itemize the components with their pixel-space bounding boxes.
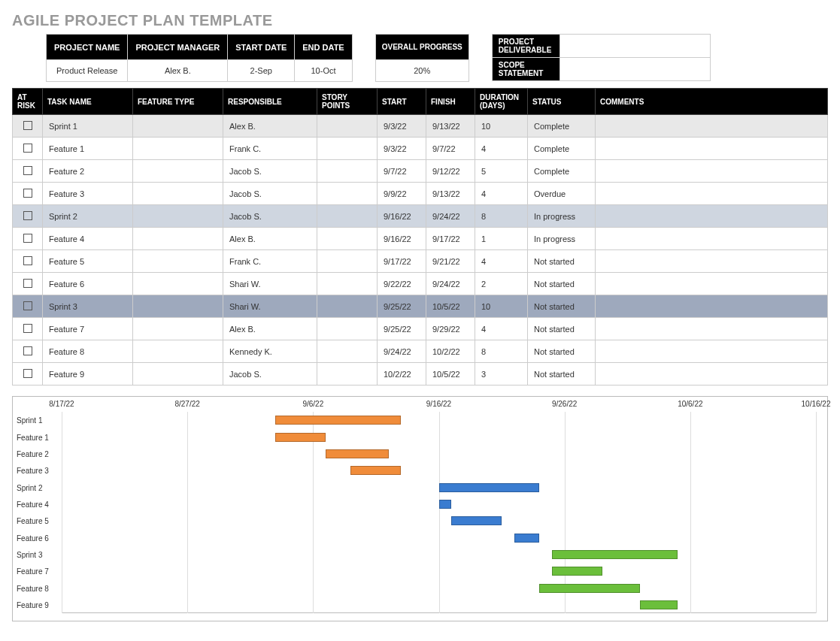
cell-responsible[interactable]: Alex B. <box>223 115 317 138</box>
cell-task[interactable]: Feature 7 <box>43 318 133 340</box>
cell-story-points[interactable] <box>317 340 378 363</box>
cell-responsible[interactable]: Jacob S. <box>223 363 317 386</box>
cell-story-points[interactable] <box>317 228 378 250</box>
cell-status[interactable]: Complete <box>528 160 596 183</box>
cell-story-points[interactable] <box>317 115 378 138</box>
cell-start[interactable]: 10/2/22 <box>378 363 426 386</box>
cell-status[interactable]: Not started <box>528 273 596 295</box>
cell-story-points[interactable] <box>317 250 378 273</box>
cell-comments[interactable] <box>596 340 828 363</box>
cell-start[interactable]: 9/16/22 <box>378 205 426 228</box>
cell-feature-type[interactable] <box>133 138 223 160</box>
cell-duration[interactable]: 4 <box>475 183 528 205</box>
cell-responsible[interactable]: Alex B. <box>223 318 317 340</box>
cell-comments[interactable] <box>596 160 828 183</box>
val-project-name[interactable]: Product Release <box>47 60 128 82</box>
cell-responsible[interactable]: Jacob S. <box>223 183 317 205</box>
cell-comments[interactable] <box>596 228 828 250</box>
cell-duration[interactable]: 4 <box>475 138 528 160</box>
val-deliverable[interactable] <box>559 35 710 58</box>
cell-comments[interactable] <box>596 138 828 160</box>
cell-finish[interactable]: 10/5/22 <box>426 295 475 318</box>
cell-duration[interactable]: 5 <box>475 160 528 183</box>
cell-duration[interactable]: 10 <box>475 115 528 138</box>
cell-comments[interactable] <box>596 295 828 318</box>
cell-task[interactable]: Feature 1 <box>43 138 133 160</box>
cell-task[interactable]: Feature 3 <box>43 183 133 205</box>
cell-finish[interactable]: 10/2/22 <box>426 340 475 363</box>
cell-story-points[interactable] <box>317 183 378 205</box>
at-risk-checkbox[interactable] <box>13 183 43 205</box>
at-risk-checkbox[interactable] <box>13 340 43 363</box>
val-project-manager[interactable]: Alex B. <box>128 60 228 82</box>
cell-finish[interactable]: 9/13/22 <box>426 183 475 205</box>
cell-start[interactable]: 9/25/22 <box>378 318 426 340</box>
cell-task[interactable]: Feature 5 <box>43 250 133 273</box>
cell-start[interactable]: 9/25/22 <box>378 295 426 318</box>
cell-feature-type[interactable] <box>133 273 223 295</box>
cell-finish[interactable]: 9/7/22 <box>426 138 475 160</box>
cell-finish[interactable]: 9/29/22 <box>426 318 475 340</box>
cell-finish[interactable]: 9/24/22 <box>426 205 475 228</box>
cell-feature-type[interactable] <box>133 183 223 205</box>
cell-start[interactable]: 9/24/22 <box>378 340 426 363</box>
cell-status[interactable]: Not started <box>528 295 596 318</box>
cell-status[interactable]: Not started <box>528 363 596 386</box>
cell-status[interactable]: Complete <box>528 138 596 160</box>
cell-start[interactable]: 9/22/22 <box>378 273 426 295</box>
cell-start[interactable]: 9/3/22 <box>378 115 426 138</box>
cell-status[interactable]: Complete <box>528 115 596 138</box>
cell-comments[interactable] <box>596 363 828 386</box>
cell-feature-type[interactable] <box>133 363 223 386</box>
cell-task[interactable]: Sprint 3 <box>43 295 133 318</box>
cell-feature-type[interactable] <box>133 250 223 273</box>
cell-story-points[interactable] <box>317 295 378 318</box>
at-risk-checkbox[interactable] <box>13 138 43 160</box>
cell-responsible[interactable]: Frank C. <box>223 250 317 273</box>
cell-task[interactable]: Feature 6 <box>43 273 133 295</box>
cell-comments[interactable] <box>596 115 828 138</box>
cell-feature-type[interactable] <box>133 160 223 183</box>
cell-finish[interactable]: 10/5/22 <box>426 363 475 386</box>
cell-status[interactable]: In progress <box>528 205 596 228</box>
at-risk-checkbox[interactable] <box>13 250 43 273</box>
cell-task[interactable]: Sprint 1 <box>43 115 133 138</box>
cell-comments[interactable] <box>596 205 828 228</box>
at-risk-checkbox[interactable] <box>13 228 43 250</box>
cell-responsible[interactable]: Shari W. <box>223 295 317 318</box>
cell-responsible[interactable]: Kennedy K. <box>223 340 317 363</box>
at-risk-checkbox[interactable] <box>13 273 43 295</box>
cell-responsible[interactable]: Jacob S. <box>223 205 317 228</box>
cell-responsible[interactable]: Alex B. <box>223 228 317 250</box>
cell-duration[interactable]: 1 <box>475 228 528 250</box>
cell-finish[interactable]: 9/12/22 <box>426 160 475 183</box>
cell-comments[interactable] <box>596 183 828 205</box>
cell-story-points[interactable] <box>317 318 378 340</box>
at-risk-checkbox[interactable] <box>13 318 43 340</box>
cell-finish[interactable]: 9/13/22 <box>426 115 475 138</box>
cell-story-points[interactable] <box>317 205 378 228</box>
cell-start[interactable]: 9/9/22 <box>378 183 426 205</box>
cell-duration[interactable]: 10 <box>475 295 528 318</box>
cell-responsible[interactable]: Frank C. <box>223 138 317 160</box>
cell-start[interactable]: 9/3/22 <box>378 138 426 160</box>
cell-status[interactable]: Overdue <box>528 183 596 205</box>
cell-feature-type[interactable] <box>133 228 223 250</box>
at-risk-checkbox[interactable] <box>13 160 43 183</box>
cell-finish[interactable]: 9/17/22 <box>426 228 475 250</box>
cell-story-points[interactable] <box>317 160 378 183</box>
cell-comments[interactable] <box>596 250 828 273</box>
cell-finish[interactable]: 9/21/22 <box>426 250 475 273</box>
cell-comments[interactable] <box>596 318 828 340</box>
cell-start[interactable]: 9/7/22 <box>378 160 426 183</box>
cell-duration[interactable]: 4 <box>475 250 528 273</box>
cell-feature-type[interactable] <box>133 115 223 138</box>
cell-status[interactable]: Not started <box>528 318 596 340</box>
at-risk-checkbox[interactable] <box>13 363 43 386</box>
cell-feature-type[interactable] <box>133 295 223 318</box>
cell-duration[interactable]: 3 <box>475 363 528 386</box>
cell-duration[interactable]: 8 <box>475 205 528 228</box>
cell-responsible[interactable]: Jacob S. <box>223 160 317 183</box>
val-start-date[interactable]: 2-Sep <box>228 60 295 82</box>
cell-task[interactable]: Feature 4 <box>43 228 133 250</box>
